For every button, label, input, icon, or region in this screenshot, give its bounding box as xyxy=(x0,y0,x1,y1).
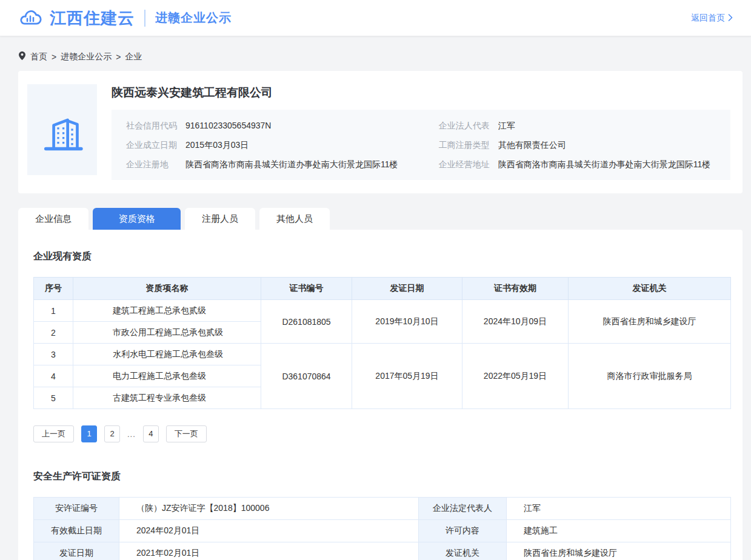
cell-index: 4 xyxy=(34,365,73,387)
brand-divider xyxy=(144,10,145,27)
cell-index: 2 xyxy=(34,322,73,344)
table-row: 安许证编号 （陕）JZ安许证字【2018】100006 企业法定代表人 江军 xyxy=(34,498,731,520)
cell-label-issue-authority: 发证机关 xyxy=(419,542,507,560)
field-credit-code: 社会信用代码 91611023305654937N xyxy=(126,116,439,135)
location-pin-icon xyxy=(18,51,26,62)
cell-valid-until: 2024年10月09日 xyxy=(462,300,569,344)
building-icon xyxy=(41,101,84,159)
page-button-2[interactable]: 2 xyxy=(104,425,120,442)
cell-cert-no: D361070864 xyxy=(261,344,352,409)
breadcrumb-home[interactable]: 首页 xyxy=(30,52,47,62)
tab-other-personnel[interactable]: 其他人员 xyxy=(259,208,330,230)
cell-label-licence-no: 安许证编号 xyxy=(34,498,119,520)
cell-value-legal-rep: 江军 xyxy=(507,498,731,520)
cell-value-expiry-date: 2024年02月01日 xyxy=(119,520,419,542)
cell-valid-until: 2022年05月19日 xyxy=(462,344,569,409)
field-label: 企业经营地址 xyxy=(439,155,490,174)
field-label: 企业成立日期 xyxy=(126,135,177,155)
company-info-panel: 社会信用代码 91611023305654937N 企业法人代表 江军 企业成立… xyxy=(112,110,730,180)
pagination-ellipsis: ... xyxy=(127,430,136,439)
cell-value-licence-scope: 建筑施工 xyxy=(507,520,731,542)
brand-title: 江西住建云 xyxy=(50,7,135,29)
tab-registered-personnel[interactable]: 注册人员 xyxy=(185,208,255,230)
field-label: 工商注册类型 xyxy=(439,135,490,155)
breadcrumb-enterprise: 企业 xyxy=(125,52,142,62)
next-page-button[interactable]: 下一页 xyxy=(166,425,207,442)
cell-value-issue-date: 2021年02月01日 xyxy=(119,542,419,560)
cell-qualification-name: 电力工程施工总承包叁级 xyxy=(73,365,261,387)
table-row: 1 建筑工程施工总承包贰级 D261081805 2019年10月10日 202… xyxy=(34,300,731,322)
tab-bar: 企业信息 资质资格 注册人员 其他人员 xyxy=(18,208,743,230)
field-label: 企业注册地 xyxy=(126,155,177,174)
company-card: 陕西远泰兴安建筑工程有限公司 社会信用代码 91611023305654937N… xyxy=(18,71,743,193)
field-registration-type: 工商注册类型 其他有限责任公司 xyxy=(439,135,716,155)
field-registered-address: 企业注册地 陕西省商洛市商南县城关街道办事处南大街景龙国际11楼 xyxy=(126,155,439,174)
page-button-1[interactable]: 1 xyxy=(81,425,97,442)
safety-section-title: 安全生产许可证资质 xyxy=(33,470,727,483)
prev-page-button[interactable]: 上一页 xyxy=(33,425,74,442)
field-value: 2015年03月03日 xyxy=(185,135,249,155)
main-content-card: 企业现有资质 序号 资质项名称 证书编号 发证日期 证书有效期 发证机关 1 xyxy=(18,230,743,560)
brand-subtitle: 进赣企业公示 xyxy=(155,10,232,26)
qualifications-table: 序号 资质项名称 证书编号 发证日期 证书有效期 发证机关 1 建筑工程施工总承… xyxy=(33,277,731,409)
col-header-index: 序号 xyxy=(34,278,73,300)
col-header-authority: 发证机关 xyxy=(569,278,731,300)
tab-company-info[interactable]: 企业信息 xyxy=(18,208,88,230)
cell-index: 1 xyxy=(34,300,73,322)
field-value: 陕西省商洛市商南县城关街道办事处南大街景龙国际11楼 xyxy=(498,155,711,174)
col-header-qualification-name: 资质项名称 xyxy=(73,278,261,300)
cell-qualification-name: 建筑工程施工总承包贰级 xyxy=(73,300,261,322)
cell-authority: 商洛市行政审批服务局 xyxy=(569,344,731,409)
cell-qualification-name: 古建筑工程专业承包叁级 xyxy=(73,387,261,409)
cell-index: 3 xyxy=(34,344,73,365)
field-legal-rep: 企业法人代表 江军 xyxy=(439,116,716,135)
cell-label-licence-scope: 许可内容 xyxy=(419,520,507,542)
cell-value-issue-authority: 陕西省住房和城乡建设厅 xyxy=(507,542,731,560)
cell-cert-no: D261081805 xyxy=(261,300,352,344)
cell-qualification-name: 水利水电工程施工总承包叁级 xyxy=(73,344,261,365)
breadcrumb-separator: > xyxy=(116,52,121,62)
page-body: 首页 > 进赣企业公示 > 企业 xyxy=(0,36,743,560)
brand-area: 江西住建云 进赣企业公示 xyxy=(18,7,232,29)
cell-qualification-name: 市政公用工程施工总承包贰级 xyxy=(73,322,261,344)
top-header: 江西住建云 进赣企业公示 返回首页 xyxy=(0,0,751,36)
field-label: 社会信用代码 xyxy=(126,116,177,135)
breadcrumb: 首页 > 进赣企业公示 > 企业 xyxy=(18,36,743,71)
page-button-4[interactable]: 4 xyxy=(143,425,159,442)
breadcrumb-publicity[interactable]: 进赣企业公示 xyxy=(61,52,112,62)
qualifications-section-title: 企业现有资质 xyxy=(33,250,727,263)
company-info: 陕西远泰兴安建筑工程有限公司 社会信用代码 91611023305654937N… xyxy=(112,84,730,180)
safety-licence-section: 安全生产许可证资质 安许证编号 （陕）JZ安许证字【2018】100006 企业… xyxy=(33,470,727,560)
company-avatar xyxy=(27,84,97,175)
company-name: 陕西远泰兴安建筑工程有限公司 xyxy=(112,85,730,101)
table-header-row: 序号 资质项名称 证书编号 发证日期 证书有效期 发证机关 xyxy=(34,278,731,300)
back-home-link[interactable]: 返回首页 xyxy=(691,13,733,24)
field-value: 陕西省商洛市商南县城关街道办事处南大街景龙国际11楼 xyxy=(185,155,398,174)
cell-label-expiry-date: 有效截止日期 xyxy=(34,520,119,542)
cell-index: 5 xyxy=(34,387,73,409)
cloud-with-bars-icon xyxy=(18,8,42,28)
field-established-date: 企业成立日期 2015年03月03日 xyxy=(126,135,439,155)
breadcrumb-separator: > xyxy=(52,52,56,62)
tab-qualifications[interactable]: 资质资格 xyxy=(93,208,181,230)
col-header-valid-until: 证书有效期 xyxy=(462,278,569,300)
cell-value-licence-no: （陕）JZ安许证字【2018】100006 xyxy=(119,498,419,520)
field-value: 江军 xyxy=(498,116,515,135)
col-header-issue-date: 发证日期 xyxy=(352,278,462,300)
table-row: 有效截止日期 2024年02月01日 许可内容 建筑施工 xyxy=(34,520,731,542)
cell-label-issue-date: 发证日期 xyxy=(34,542,119,560)
safety-licence-table: 安许证编号 （陕）JZ安许证字【2018】100006 企业法定代表人 江军 有… xyxy=(33,497,731,560)
pagination: 上一页 1 2 ... 4 下一页 xyxy=(33,425,727,442)
cell-issue-date: 2017年05月19日 xyxy=(352,344,462,409)
field-value: 其他有限责任公司 xyxy=(498,135,566,155)
col-header-cert-no: 证书编号 xyxy=(261,278,352,300)
field-value: 91611023305654937N xyxy=(185,116,271,135)
field-business-address: 企业经营地址 陕西省商洛市商南县城关街道办事处南大街景龙国际11楼 xyxy=(439,155,716,174)
chevron-right-icon xyxy=(728,13,733,23)
table-row: 发证日期 2021年02月01日 发证机关 陕西省住房和城乡建设厅 xyxy=(34,542,731,560)
cell-label-legal-rep: 企业法定代表人 xyxy=(419,498,507,520)
cell-authority: 陕西省住房和城乡建设厅 xyxy=(569,300,731,344)
cell-issue-date: 2019年10月10日 xyxy=(352,300,462,344)
table-row: 3 水利水电工程施工总承包叁级 D361070864 2017年05月19日 2… xyxy=(34,344,731,365)
back-home-label: 返回首页 xyxy=(691,13,725,24)
